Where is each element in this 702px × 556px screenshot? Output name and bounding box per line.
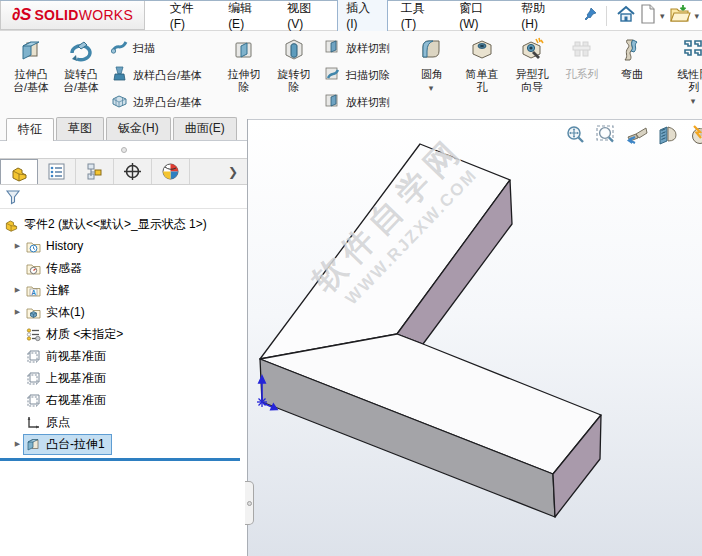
expand-arrow-icon[interactable]: ▶ bbox=[10, 242, 25, 250]
displaymanager-tab[interactable] bbox=[152, 159, 190, 184]
tree-item-solid-bodies[interactable]: ▶ 实体(1) bbox=[0, 301, 247, 323]
propertymanager-icon bbox=[47, 162, 66, 181]
rollback-bar[interactable] bbox=[0, 458, 240, 461]
previous-view-icon[interactable] bbox=[626, 124, 648, 146]
view-settings-icon[interactable] bbox=[688, 124, 702, 146]
tree-filter-bar[interactable] bbox=[0, 185, 247, 209]
boundary-boss-button[interactable]: 边界凸台/基体 bbox=[108, 91, 205, 113]
tree-item-origin[interactable]: ▶ 原点 bbox=[0, 411, 247, 433]
home-icon[interactable] bbox=[615, 4, 637, 28]
model-svg[interactable] bbox=[248, 120, 702, 556]
revolve-boss-button[interactable]: 旋转凸 台/基体 bbox=[56, 34, 106, 116]
tree-item-boss-extrude1[interactable]: ▶ 凸台-拉伸1 bbox=[0, 433, 247, 455]
featuremanager-tree-tab[interactable] bbox=[0, 159, 38, 184]
tab-sketch[interactable]: 草图 bbox=[56, 117, 104, 140]
linear-pattern-button[interactable]: 线性阵 列 ▾ bbox=[669, 34, 702, 116]
fillet-icon bbox=[419, 37, 445, 66]
splitter-dot bbox=[247, 501, 252, 506]
extrude-boss-button[interactable]: 拉伸凸 台/基体 bbox=[6, 34, 56, 116]
fillet-button[interactable]: 圆角 ▾ bbox=[407, 34, 457, 116]
lofted-boss-icon bbox=[111, 65, 128, 85]
main-area: 特征 草图 钣金(H) 曲面(E) bbox=[0, 119, 702, 556]
zoom-to-area-icon[interactable] bbox=[595, 124, 617, 146]
lofted-cut-button[interactable]: 放样切割 bbox=[321, 37, 393, 59]
selected-tree-item[interactable]: 凸台-拉伸1 bbox=[23, 434, 112, 455]
tree-item-history[interactable]: ▶ History bbox=[0, 235, 247, 257]
linear-pattern-dropdown-icon[interactable]: ▾ bbox=[691, 96, 696, 106]
hole-series-button: 孔系列 bbox=[557, 34, 607, 116]
ribbon-group-cut: 拉伸切 除 旋转切 除 放样切割 扫描切除 放样切割 bbox=[215, 33, 399, 117]
expand-arrow-icon[interactable]: ▶ bbox=[10, 286, 25, 294]
section-view-icon[interactable] bbox=[657, 124, 679, 146]
panel-splitter-handle[interactable] bbox=[245, 481, 254, 525]
tree-item-front-plane[interactable]: ▶ 前视基准面 bbox=[0, 345, 247, 367]
logo-mark: ∂S bbox=[12, 5, 32, 25]
tab-sheetmetal[interactable]: 钣金(H) bbox=[106, 117, 171, 140]
lofted-boss-button[interactable]: 放样凸台/基体 bbox=[108, 64, 205, 86]
configurationmanager-tab[interactable] bbox=[76, 159, 114, 184]
graphics-viewport[interactable]: 软件自学网 WWW.RJZXW.COM bbox=[248, 119, 702, 556]
ribbon-toolbar: 拉伸凸 台/基体 旋转凸 台/基体 扫描 放样凸台/基体 边界凸台/基体 bbox=[0, 31, 702, 119]
tree-item-part-root[interactable]: 零件2 (默认<<默认>_显示状态 1>) bbox=[0, 213, 247, 235]
menu-bar: ∂S SOLIDWORKS 文件(F) 编辑(E) 视图(V) 插入(I) 工具… bbox=[0, 1, 702, 31]
hole-series-icon bbox=[569, 37, 595, 66]
revolved-cut-button[interactable]: 旋转切 除 bbox=[269, 34, 319, 116]
tree-item-sensors[interactable]: ▶ 传感器 bbox=[0, 257, 247, 279]
tab-surfaces[interactable]: 曲面(E) bbox=[173, 117, 237, 140]
lofted-cut-icon bbox=[324, 38, 341, 58]
extrude-boss-icon bbox=[18, 37, 44, 66]
solidworks-window: ∂S SOLIDWORKS 文件(F) 编辑(E) 视图(V) 插入(I) 工具… bbox=[0, 0, 702, 556]
logo-brand-light: WORKS bbox=[79, 7, 133, 23]
simple-hole-button[interactable]: 简单直 孔 bbox=[457, 34, 507, 116]
material-icon bbox=[25, 327, 42, 342]
left-column: 特征 草图 钣金(H) 曲面(E) bbox=[0, 119, 248, 556]
heads-up-view-toolbar bbox=[564, 124, 702, 146]
lofted-cut-icon-2 bbox=[324, 92, 341, 112]
dimxpertmanager-tab[interactable] bbox=[114, 159, 152, 184]
plane-icon bbox=[25, 371, 42, 386]
swept-cut-button[interactable]: 扫描切除 bbox=[321, 64, 393, 86]
tree-item-material[interactable]: ▶ 材质 <未指定> bbox=[0, 323, 247, 345]
ribbon-stack-boss: 扫描 放样凸台/基体 边界凸台/基体 bbox=[106, 34, 207, 116]
propertymanager-tab[interactable] bbox=[38, 159, 76, 184]
tab-features[interactable]: 特征 bbox=[6, 118, 54, 141]
part-icon bbox=[3, 217, 20, 232]
lofted-cut-button-2[interactable]: 放样切割 bbox=[321, 91, 393, 113]
quick-access-toolbar: ▾ ▾ bbox=[615, 4, 702, 28]
logo-brand-bold: SOLID bbox=[34, 7, 78, 23]
tree-item-annotations[interactable]: ▶ A 注解 bbox=[0, 279, 247, 301]
tree-item-top-plane[interactable]: ▶ 上视基准面 bbox=[0, 367, 247, 389]
extruded-cut-button[interactable]: 拉伸切 除 bbox=[219, 34, 269, 116]
fillet-dropdown-icon[interactable]: ▾ bbox=[429, 83, 434, 93]
origin-icon bbox=[25, 415, 42, 430]
tree-item-right-plane[interactable]: ▶ 右视基准面 bbox=[0, 389, 247, 411]
panel-grip-dot bbox=[121, 147, 127, 153]
expand-arrow-icon[interactable]: ▶ bbox=[10, 308, 25, 316]
flex-button[interactable]: 弯曲 bbox=[607, 34, 657, 116]
open-document-dropdown-icon[interactable]: ▾ bbox=[694, 11, 699, 21]
new-document-icon[interactable] bbox=[639, 4, 657, 28]
open-document-icon[interactable] bbox=[669, 4, 691, 28]
new-document-dropdown-icon[interactable]: ▾ bbox=[660, 11, 665, 21]
hole-wizard-icon bbox=[519, 37, 545, 66]
tabstrip-expand-icon[interactable]: ❯ bbox=[219, 159, 247, 184]
sensors-folder-icon bbox=[25, 261, 42, 276]
solidworks-logo: ∂S SOLIDWORKS bbox=[0, 1, 145, 30]
hole-wizard-button[interactable]: 异型孔 向导 bbox=[507, 34, 557, 116]
solid-bodies-folder-icon bbox=[25, 305, 42, 320]
zoom-to-fit-icon[interactable] bbox=[564, 124, 586, 146]
simple-hole-icon bbox=[469, 37, 495, 66]
menubar-separator bbox=[606, 6, 607, 26]
plane-icon bbox=[25, 349, 42, 364]
boss-extrude-icon bbox=[25, 437, 42, 452]
configurationmanager-icon bbox=[85, 162, 104, 181]
panel-grip[interactable] bbox=[0, 141, 247, 158]
swept-cut-icon bbox=[324, 65, 341, 85]
pin-menubar-icon[interactable] bbox=[582, 6, 598, 26]
swept-boss-button[interactable]: 扫描 bbox=[108, 37, 205, 59]
svg-text:A: A bbox=[31, 288, 36, 295]
extruded-cut-icon bbox=[231, 37, 257, 66]
feature-manager-panel: ❯ 零件2 (默认<<默认>_显示状态 1>) ▶ History bbox=[0, 141, 247, 556]
revolved-cut-icon bbox=[281, 37, 307, 66]
ribbon-stack-cut: 放样切割 扫描切除 放样切割 bbox=[319, 34, 395, 116]
